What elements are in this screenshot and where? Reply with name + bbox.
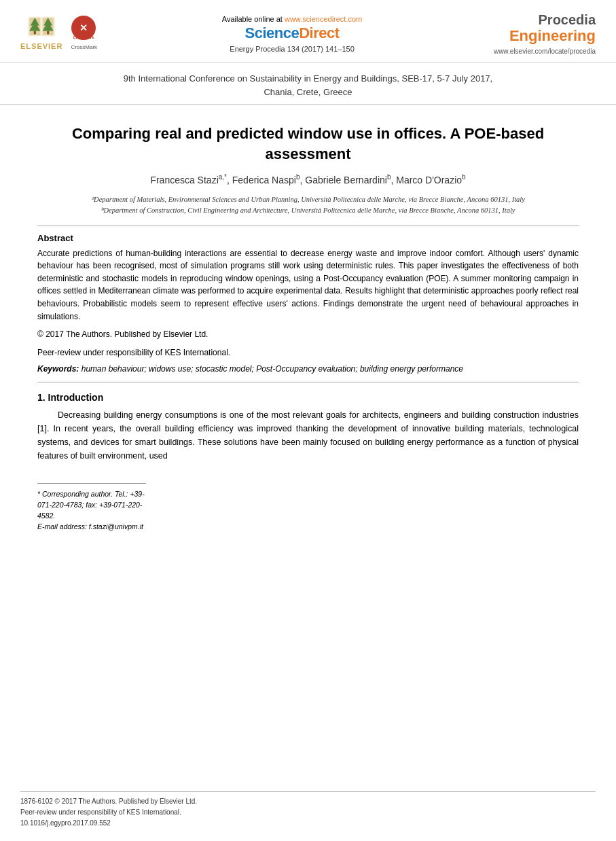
author-1: Francesca Stazia,* — [150, 175, 227, 185]
header-logos: ELSEVIER ✕ CrossMark CrossMark — [20, 12, 97, 50]
crossmark-icon: ✕ CrossMark — [71, 15, 96, 41]
science-label: Science — [245, 24, 300, 41]
page: ELSEVIER ✕ CrossMark CrossMark Available… — [0, 0, 616, 841]
author-4: Marco D'Oraziob — [396, 175, 465, 185]
header: ELSEVIER ✕ CrossMark CrossMark Available… — [0, 0, 616, 62]
footnote-area: * Corresponding author. Tel.: +39-071-22… — [37, 483, 146, 532]
svg-rect-8 — [47, 31, 49, 34]
procedia-title: Procedia — [539, 12, 596, 27]
author-2: Federica Naspib — [232, 175, 300, 185]
abstract-text: Accurate predictions of human-building i… — [37, 247, 579, 323]
keywords: Keywords: human behaviour; widows use; s… — [37, 363, 579, 375]
header-right: Procedia Engineering www.elsevier.com/lo… — [487, 12, 596, 55]
svg-rect-5 — [34, 31, 36, 34]
footnote-line1: * Corresponding author. Tel.: +39-071-22… — [37, 489, 146, 521]
affiliations: ᵃDepartment of Materials, Environmental … — [37, 194, 579, 216]
intro-paragraph: Decreasing building energy consumptions … — [37, 408, 579, 463]
keywords-label: Keywords: — [37, 364, 79, 374]
footnote-line2: E-mail address: f.stazi@univpm.it — [37, 522, 146, 533]
main-content: Comparing real and predicted window use … — [0, 105, 616, 545]
keywords-text: human behaviour; widows use; stocastic m… — [81, 364, 463, 374]
divider-1 — [37, 226, 579, 226]
conference-text-line1: 9th International Conference on Sustaina… — [41, 72, 575, 86]
engineering-label: Engineering — [509, 27, 596, 45]
abstract-title: Abstract — [37, 233, 579, 243]
available-online-text: Available online at www.sciencedirect.co… — [222, 15, 362, 23]
direct-label: Direct — [299, 24, 339, 41]
journal-info: Energy Procedia 134 (2017) 141–150 — [230, 45, 354, 53]
crossmark-logo[interactable]: ✕ CrossMark CrossMark — [71, 15, 97, 50]
affiliation-b: ᵇDepartment of Construction, Civil Engin… — [37, 205, 579, 216]
footer-doi: 10.1016/j.egypro.2017.09.552 — [20, 818, 596, 829]
copyright-line2: Peer-review under responsibility of KES … — [37, 346, 579, 359]
header-center: Available online at www.sciencedirect.co… — [97, 12, 487, 53]
affiliation-a: ᵃDepartment of Materials, Environmental … — [37, 194, 579, 205]
svg-text:✕: ✕ — [79, 22, 88, 33]
elsevier-tree-icon — [24, 12, 58, 41]
elsevier-url: www.elsevier.com/locate/procedia — [494, 48, 596, 55]
footer-issn: 1876-6102 © 2017 The Authors. Published … — [20, 796, 596, 807]
sciencedirect-url[interactable]: www.sciencedirect.com — [285, 15, 362, 23]
copyright-line1: © 2017 The Authors. Published by Elsevie… — [37, 328, 579, 341]
divider-2 — [37, 382, 579, 382]
page-footer: 1876-6102 © 2017 The Authors. Published … — [20, 791, 596, 829]
intro-number: 1. — [37, 392, 46, 403]
footer-peer-review: Peer-review under responsibility of KES … — [20, 807, 596, 818]
intro-label: Introduction — [48, 392, 104, 403]
conference-text-line2: Chania, Crete, Greece — [41, 86, 575, 99]
author-3: Gabriele Bernardinib — [305, 175, 391, 185]
introduction-section: 1. Introduction Decreasing building ener… — [37, 392, 579, 463]
elsevier-label: ELSEVIER — [20, 42, 62, 50]
elsevier-logo: ELSEVIER — [20, 12, 62, 50]
paper-title: Comparing real and predicted window use … — [37, 124, 579, 164]
svg-text:CrossMark: CrossMark — [73, 35, 95, 39]
sciencedirect-title: ScienceDirect — [245, 24, 340, 42]
authors: Francesca Stazia,*, Federica Naspib, Gab… — [37, 172, 579, 187]
conference-section: 9th International Conference on Sustaina… — [0, 62, 616, 105]
introduction-title: 1. Introduction — [37, 392, 579, 403]
